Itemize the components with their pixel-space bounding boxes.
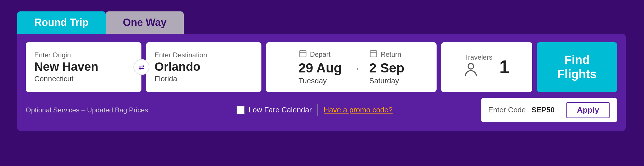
- dates-field[interactable]: Depart 29 Aug Tuesday →: [266, 42, 437, 92]
- destination-label: Enter Destination: [155, 51, 253, 59]
- swap-button[interactable]: ⇄: [133, 59, 149, 75]
- origin-label: Enter Origin: [34, 51, 133, 59]
- destination-field[interactable]: Enter Destination Orlando Florida: [146, 42, 262, 92]
- find-flights-button[interactable]: Find Flights: [537, 42, 617, 92]
- optional-services-text: Optional Services – Updated Bag Prices: [26, 106, 148, 114]
- tab-one-way[interactable]: One Way: [106, 11, 184, 34]
- destination-state: Florida: [155, 74, 253, 83]
- depart-header: Depart: [299, 49, 331, 60]
- promo-code-label: Enter Code: [488, 106, 526, 114]
- promo-code-box: Enter Code SEP50 Apply: [481, 98, 617, 122]
- return-date: 2 Sep: [369, 61, 404, 75]
- return-header: Return: [369, 49, 401, 60]
- svg-point-8: [468, 64, 474, 69]
- bottom-bar: Optional Services – Updated Bag Prices L…: [26, 98, 617, 122]
- origin-city: New Haven: [34, 60, 133, 73]
- date-arrow: →: [347, 62, 363, 74]
- travelers-label: Travelers: [464, 53, 492, 61]
- svg-rect-4: [370, 50, 377, 57]
- promo-code-link[interactable]: Have a promo code?: [324, 106, 393, 114]
- search-container: Enter Origin New Haven Connecticut ⇄ Ent…: [17, 34, 626, 131]
- return-calendar-icon: [369, 49, 378, 60]
- travelers-field[interactable]: Travelers 1: [441, 42, 532, 92]
- depart-label: Depart: [310, 50, 331, 58]
- trip-type-tabs: Round Trip One Way: [17, 11, 184, 34]
- return-label: Return: [381, 50, 401, 58]
- divider: [317, 104, 318, 116]
- depart-date: 29 Aug: [299, 61, 342, 75]
- svg-rect-0: [299, 50, 306, 57]
- low-fare-section: Low Fare Calendar: [237, 106, 312, 114]
- origin-field[interactable]: Enter Origin New Haven Connecticut ⇄: [26, 42, 141, 92]
- apply-button[interactable]: Apply: [566, 102, 610, 118]
- travelers-count: 1: [499, 56, 509, 78]
- return-day: Saturday: [369, 76, 399, 85]
- find-flights-label: Find Flights: [557, 53, 597, 82]
- swap-icon: ⇄: [138, 63, 145, 72]
- promo-area: Enter Code SEP50 Apply: [481, 98, 617, 122]
- origin-state: Connecticut: [34, 74, 133, 83]
- tab-round-trip[interactable]: Round Trip: [17, 11, 106, 34]
- low-fare-checkbox[interactable]: [237, 106, 245, 114]
- destination-city: Orlando: [155, 60, 253, 73]
- depart-section: Depart 29 Aug Tuesday: [299, 49, 342, 85]
- low-fare-label: Low Fare Calendar: [249, 106, 312, 114]
- depart-day: Tuesday: [299, 76, 327, 85]
- promo-code-value: SEP50: [531, 106, 555, 114]
- traveler-icon: [464, 62, 492, 81]
- depart-calendar-icon: [299, 49, 307, 60]
- return-section: Return 2 Sep Saturday: [369, 49, 404, 85]
- search-fields-row: Enter Origin New Haven Connecticut ⇄ Ent…: [26, 42, 617, 92]
